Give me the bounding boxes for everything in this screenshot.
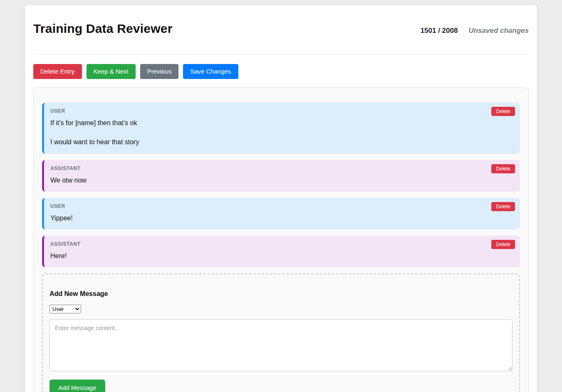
delete-entry-button[interactable]: Delete Entry bbox=[33, 64, 82, 79]
header-right: 1501 / 2008 Unsaved changes bbox=[421, 27, 529, 35]
toolbar: Delete Entry Keep & Next Previous Save C… bbox=[33, 64, 529, 79]
delete-message-button[interactable]: Delete bbox=[491, 240, 515, 249]
entry-counter: 1501 / 2008 bbox=[421, 27, 458, 35]
message-content: If it’s for [name] then that’s ok I woul… bbox=[50, 118, 514, 147]
page-title: Training Data Reviewer bbox=[33, 22, 173, 36]
message-content: Yippee! bbox=[50, 213, 514, 223]
message-role-label: ASSISTANT bbox=[50, 165, 514, 171]
message-role-label: USER bbox=[50, 203, 514, 209]
app-card: Training Data Reviewer 1501 / 2008 Unsav… bbox=[25, 5, 537, 392]
delete-message-button[interactable]: Delete bbox=[491, 107, 515, 116]
message-card-assistant: ASSISTANT Delete We otw now bbox=[42, 160, 520, 192]
header: Training Data Reviewer 1501 / 2008 Unsav… bbox=[33, 22, 529, 36]
keep-next-button[interactable]: Keep & Next bbox=[87, 64, 136, 79]
add-new-message-heading: Add New Message bbox=[50, 290, 512, 298]
message-card-user: USER Delete Yippee! bbox=[42, 198, 520, 229]
message-role-label: USER bbox=[50, 108, 514, 114]
unsaved-changes-status: Unsaved changes bbox=[468, 27, 529, 35]
add-message-button[interactable]: Add Message bbox=[50, 380, 105, 392]
delete-message-button[interactable]: Delete bbox=[491, 202, 515, 211]
conversation-panel: USER Delete If it’s for [name] then that… bbox=[33, 87, 529, 392]
message-card-user: USER Delete If it’s for [name] then that… bbox=[42, 103, 520, 154]
message-role-label: ASSISTANT bbox=[50, 241, 514, 247]
header-divider bbox=[33, 54, 529, 55]
previous-button[interactable]: Previous bbox=[140, 64, 178, 79]
add-new-message-section: Add New Message User Add Message bbox=[42, 274, 520, 392]
save-changes-button[interactable]: Save Changes bbox=[183, 64, 238, 79]
role-select[interactable]: User bbox=[50, 305, 81, 313]
message-content-input[interactable] bbox=[50, 319, 512, 371]
message-content: We otw now bbox=[50, 175, 514, 185]
delete-message-button[interactable]: Delete bbox=[491, 164, 515, 173]
message-content: Here! bbox=[50, 251, 514, 261]
message-card-assistant: ASSISTANT Delete Here! bbox=[42, 236, 520, 267]
